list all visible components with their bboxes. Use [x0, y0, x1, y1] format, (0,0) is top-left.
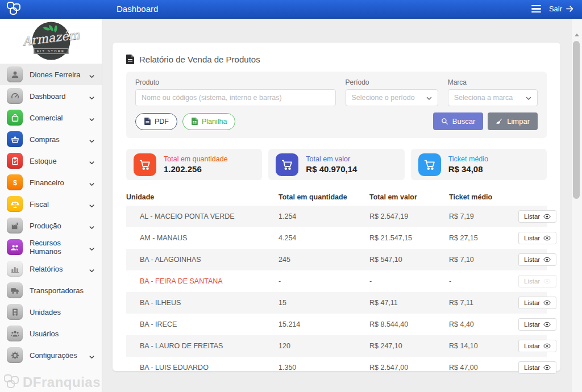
cell-ticket: -: [449, 277, 518, 285]
sidebar-item-label: Produção: [30, 222, 89, 230]
platform-brand-name: DFranquias: [23, 374, 101, 390]
top-navbar: Dashboard Sair: [0, 0, 582, 19]
search-button[interactable]: Buscar: [433, 112, 483, 130]
cell-valor: R$ 47,11: [369, 299, 449, 307]
listar-button[interactable]: Listar: [518, 340, 556, 352]
cell-qtd: 1.254: [278, 212, 369, 220]
company-logo: Armazém FIT STORE: [0, 19, 102, 64]
table-row: BA - LAURO DE FREITAS120R$ 247,10R$ 14,1…: [126, 335, 547, 357]
chevron-down-icon: [525, 95, 532, 102]
report-card: Relatório de Venda de Produtos Produto P…: [113, 43, 560, 371]
listar-button[interactable]: Listar: [518, 297, 556, 309]
summary-card-ticket-medio: Ticket médioR$ 34,08: [411, 149, 547, 180]
chevron-down-icon: [89, 223, 95, 229]
table-row: AM - MANAUS4.254R$ 21.547,15R$ 27,15List…: [126, 227, 547, 249]
cart-icon: [276, 153, 298, 176]
cell-unidade: BA - ILHEUS: [126, 299, 278, 307]
vertical-scrollbar[interactable]: [571, 19, 582, 392]
marca-select[interactable]: Seleciona a marca: [448, 89, 538, 106]
basket-icon: [7, 131, 23, 147]
cell-unidade: AL - MACEIO PONTA VERDE: [126, 212, 278, 220]
listar-button-label: Listar: [524, 321, 540, 328]
listar-button: Listar: [518, 275, 556, 287]
sidebar-item-configuracoes[interactable]: Configurações: [0, 344, 102, 366]
listar-button[interactable]: Listar: [518, 210, 556, 223]
app-logo-icon[interactable]: [5, 1, 23, 17]
platform-brand: DFranquias: [2, 374, 101, 391]
produto-input[interactable]: [135, 89, 336, 106]
periodo-select[interactable]: Selecione o período: [346, 89, 438, 106]
cell-ticket: R$ 47,00: [449, 364, 518, 372]
limpar-button-label: Limpar: [507, 117, 530, 126]
export-spreadsheet-button[interactable]: Planilha: [182, 113, 235, 130]
sidebar-item-comercial[interactable]: Comercial: [0, 107, 102, 128]
chevron-down-icon: [89, 136, 95, 143]
sidebar-item-producao[interactable]: Produção: [0, 215, 102, 236]
column-header-total-em-valor: Total em valor: [369, 193, 449, 201]
factory-icon: [7, 218, 23, 233]
sidebar-item-label: Recursos Humanos: [30, 239, 89, 256]
summary-cards: Total em quantidade1.202.256Total em val…: [126, 149, 547, 180]
listar-button-label: Listar: [524, 343, 540, 349]
scroll-up-icon[interactable]: [575, 34, 579, 36]
cell-ticket: R$ 7,19: [449, 212, 518, 220]
main-content: Relatório de Venda de Produtos Produto P…: [102, 19, 582, 392]
results-table: UnidadeTotal em quantidadeTotal em valor…: [126, 189, 547, 378]
sidebar-item-recursos-humanos[interactable]: Recursos Humanos: [0, 236, 102, 258]
chevron-down-icon: [89, 158, 95, 164]
menu-toggle-icon[interactable]: [531, 5, 541, 13]
users-icon: [7, 326, 23, 341]
column-header-total-em-quantidade: Total em quantidade: [278, 193, 369, 201]
eye-icon: [543, 278, 551, 284]
chevron-down-icon: [89, 93, 95, 99]
listar-button-label: Listar: [524, 364, 540, 371]
filter-panel: Produto Período Selecione o período Marc…: [126, 72, 547, 138]
listar-button[interactable]: Listar: [518, 361, 556, 374]
cell-unidade: AM - MANAUS: [126, 234, 278, 242]
produto-label: Produto: [135, 78, 336, 86]
summary-card-total-em-valor: Total em valorR$ 40.970,14: [268, 149, 404, 180]
chevron-down-icon: [426, 95, 433, 102]
buscar-button-label: Buscar: [452, 117, 475, 126]
chart-icon: [7, 261, 23, 277]
sidebar-item-transportadoras[interactable]: Transportadoras: [0, 280, 102, 301]
chevron-down-icon: [89, 115, 95, 121]
sidebar-item-financeiro[interactable]: $Financeiro: [0, 172, 102, 193]
clear-button[interactable]: Limpar: [488, 112, 538, 130]
cell-unidade: BA - ALAGOINHAS: [126, 256, 278, 264]
sidebar-item-relatorios[interactable]: Relatórios: [0, 258, 102, 280]
sidebar-item-label: Compras: [30, 135, 89, 144]
scrollbar-thumb[interactable]: [573, 41, 580, 199]
sidebar-item-compras[interactable]: Compras: [0, 128, 102, 150]
sidebar-item-fiscal[interactable]: Fiscal: [0, 193, 102, 215]
sidebar-item-label: Estoque: [30, 157, 89, 165]
listar-button[interactable]: Listar: [518, 232, 556, 244]
broom-icon: [496, 118, 503, 125]
cell-qtd: 245: [278, 256, 369, 264]
clipboard-icon: [7, 153, 23, 169]
chevron-down-icon: [89, 244, 95, 251]
listar-button-label: Listar: [524, 213, 540, 220]
table-row: AL - MACEIO PONTA VERDE1.254R$ 2.547,19R…: [126, 206, 547, 227]
sidebar-item-dashboard[interactable]: Dashboard: [0, 85, 102, 107]
column-header-ticket-medio: Ticket médio: [449, 193, 518, 201]
chevron-down-icon: [89, 352, 95, 358]
sidebar-item-estoque[interactable]: Estoque: [0, 150, 102, 172]
sidebar-item-diones-ferreira[interactable]: Diones Ferreira: [0, 64, 102, 85]
listar-button[interactable]: Listar: [518, 253, 556, 266]
listar-button[interactable]: Listar: [518, 318, 556, 331]
summary-value: 1.202.256: [164, 164, 228, 174]
export-pdf-button[interactable]: PDF: [135, 113, 177, 130]
logout-button[interactable]: Sair: [549, 5, 574, 13]
table-header-row: UnidadeTotal em quantidadeTotal em valor…: [126, 189, 547, 206]
report-title: Relatório de Venda de Produtos: [139, 55, 260, 64]
cell-qtd: 15.214: [278, 320, 369, 328]
building-icon: [7, 304, 23, 320]
chevron-down-icon: [89, 201, 95, 207]
sidebar-item-unidades[interactable]: Unidades: [0, 301, 102, 323]
periodo-placeholder: Selecione o período: [352, 90, 432, 106]
cart-icon: [134, 153, 156, 176]
sidebar-item-label: Relatórios: [30, 265, 89, 273]
cell-valor: R$ 2.547,19: [369, 212, 449, 220]
sidebar-item-usuarios[interactable]: Usuários: [0, 323, 102, 344]
